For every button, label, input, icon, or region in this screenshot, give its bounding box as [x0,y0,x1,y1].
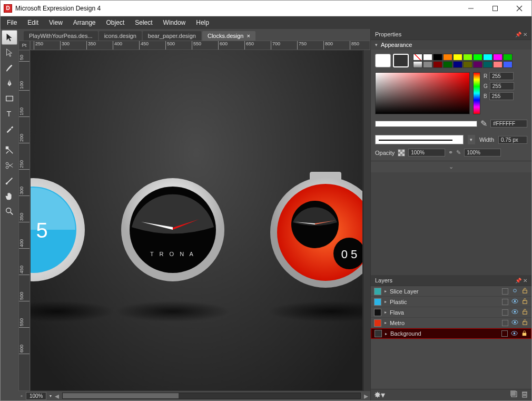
tab-playwithyourpeas[interactable]: PlayWithYourPeas.des... [24,31,98,41]
scroll-right-icon[interactable]: ▸ [364,391,368,401]
rectangle-tool[interactable] [2,91,17,106]
tab-clocks[interactable]: Clocks.design× [202,31,255,41]
palette-swatch[interactable] [453,54,462,61]
zoom-level[interactable]: 100% [26,392,47,400]
chevron-right-icon[interactable]: ▸ [385,310,387,315]
palette-swatch[interactable] [443,61,452,68]
hex-input[interactable] [490,120,527,128]
palette-swatch[interactable] [483,54,492,61]
maximize-button[interactable] [483,1,507,16]
menu-edit[interactable]: Edit [23,17,43,28]
palette-swatch[interactable] [503,54,513,61]
ruler-unit[interactable]: Pt [18,41,30,50]
chevron-right-icon[interactable]: ▸ [385,320,387,325]
layer-select-checkbox[interactable] [502,309,508,316]
scroll-left-icon[interactable]: ◂ [55,391,59,401]
palette-swatch[interactable] [443,54,452,61]
palette-swatch[interactable] [483,61,492,68]
layer-row[interactable]: ▸ Metro [371,318,531,328]
palette-swatch[interactable] [423,54,432,61]
visibility-icon[interactable] [511,308,518,316]
pen-tool[interactable] [2,76,17,91]
scissors-tool[interactable] [2,158,17,173]
stroke-width-input[interactable] [498,136,527,144]
pin-icon[interactable]: 📌 ✕ [515,278,527,283]
pin-icon[interactable]: 📌 ✕ [515,32,527,37]
layer-options-icon[interactable]: ✸▾ [374,390,385,400]
palette-swatch[interactable] [463,61,472,68]
menu-arrange[interactable]: Arrange [69,17,100,28]
zoom-tool[interactable] [2,204,17,219]
layer-row[interactable]: ▸ Flava [371,307,531,318]
color-palette[interactable] [413,54,513,68]
lock-icon[interactable] [521,330,528,338]
r-input[interactable] [489,72,514,80]
layer-row[interactable]: ▸ Background [371,328,531,339]
stroke-style-dropdown[interactable] [375,135,464,144]
palette-swatch[interactable] [473,54,482,61]
expand-panel-icon[interactable]: ⌄ [371,161,531,172]
menu-window[interactable]: Window [159,17,190,28]
menu-object[interactable]: Object [102,17,129,28]
menu-help[interactable]: Help [192,17,213,28]
zoom-dropdown-icon[interactable]: ▾ [50,394,52,398]
eyedropper-icon[interactable]: ✎ [480,119,487,129]
palette-swatch[interactable] [433,61,442,68]
horizontal-scrollbar[interactable] [62,393,361,399]
slice-tool[interactable] [2,143,17,158]
palette-swatch[interactable] [493,61,503,68]
new-layer-icon[interactable] [510,390,518,400]
brush-tool[interactable] [2,61,17,75]
chevron-down-icon[interactable]: ▾ [468,135,475,144]
tab-icons[interactable]: icons.design [99,31,142,41]
color-picker[interactable] [375,72,470,114]
minimize-button[interactable] [459,1,483,16]
chevron-right-icon[interactable]: ▸ [385,299,387,304]
palette-swatch[interactable] [493,54,503,61]
close-icon[interactable]: × [247,33,250,39]
tab-bearpaper[interactable]: bear_paper.design [143,31,201,41]
layers-panel-header[interactable]: Layers 📌 ✕ [371,275,531,286]
menu-select[interactable]: Select [131,17,156,28]
palette-swatch[interactable] [503,61,513,68]
vertical-scrollbar[interactable] [363,50,370,391]
g-input[interactable] [490,82,514,90]
visibility-icon[interactable] [511,298,518,306]
fill-opacity-input[interactable] [408,149,445,157]
palette-swatch[interactable] [413,54,422,61]
palette-swatch[interactable] [463,54,472,61]
hue-slider[interactable] [473,72,480,114]
appearance-section-header[interactable]: ▾Appearance [371,40,531,50]
menu-view[interactable]: View [45,17,67,28]
palette-swatch[interactable] [433,54,442,61]
stroke-opacity-input[interactable] [464,149,501,157]
stroke-swatch[interactable] [393,54,409,67]
text-tool[interactable]: T [2,106,17,121]
gradient-tool[interactable] [2,173,17,188]
selection-tool[interactable] [2,30,17,45]
layer-select-checkbox[interactable] [502,299,508,305]
visibility-icon[interactable] [511,330,518,338]
layer-select-checkbox[interactable] [502,288,508,295]
palette-swatch[interactable] [423,61,432,68]
lock-icon[interactable] [521,287,528,295]
canvas[interactable]: 2 5 [30,50,363,391]
palette-swatch[interactable] [453,61,462,68]
visibility-icon[interactable] [511,287,518,295]
lock-icon[interactable] [521,298,528,306]
pan-tool[interactable] [2,189,17,203]
close-button[interactable] [507,1,531,16]
properties-panel-header[interactable]: Properties 📌 ✕ [371,29,531,40]
layer-row[interactable]: ▸ Slice Layer [371,286,531,297]
layer-row[interactable]: ▸ Plastic [371,297,531,307]
chevron-right-icon[interactable]: ▸ [385,289,387,294]
chevron-right-icon[interactable]: ▸ [385,331,387,336]
direct-select-tool[interactable] [2,45,17,60]
menu-file[interactable]: File [3,17,21,28]
palette-swatch[interactable] [413,61,422,68]
zoom-out-icon[interactable]: ◦ [21,393,23,399]
lock-icon[interactable] [521,319,528,327]
b-input[interactable] [489,92,514,100]
lock-icon[interactable] [521,308,528,316]
layer-select-checkbox[interactable] [502,320,508,326]
